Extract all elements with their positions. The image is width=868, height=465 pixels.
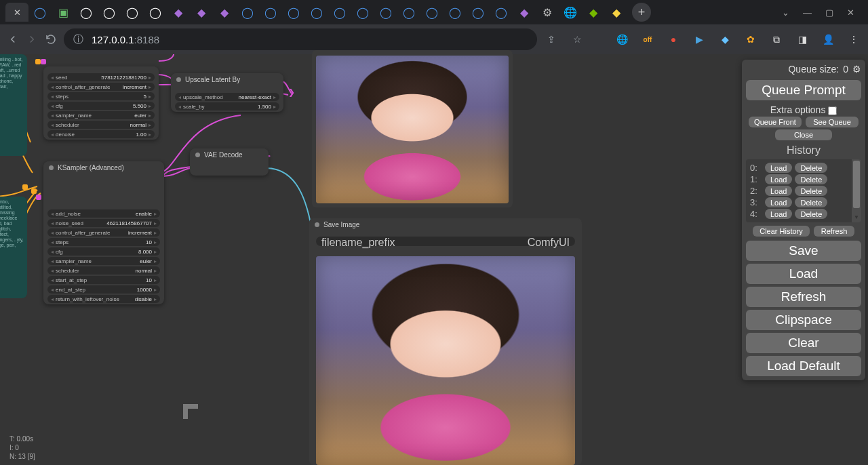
tab[interactable]: ◆ [582, 3, 605, 22]
chevron-right-icon[interactable]: ▸ [153, 268, 157, 274]
widget-value[interactable]: 5.500 [133, 103, 148, 109]
node-widget[interactable]: ◂schedulernormal▸ [47, 266, 160, 275]
widget-value[interactable]: normal [136, 268, 153, 274]
node-canvas[interactable]: smiling ..bot, ..RAW, ..red soft, ..urre… [0, 54, 868, 465]
tab[interactable]: ◆ [605, 3, 628, 22]
collapse-icon[interactable] [49, 165, 54, 170]
load-button[interactable]: Load [746, 264, 861, 284]
node-widget[interactable]: ◂scale_by1.500▸ [175, 102, 279, 110]
tab[interactable]: ◯ [144, 3, 167, 22]
filename-prefix-value[interactable]: ComfyUI [528, 237, 570, 246]
share-icon[interactable]: ⇪ [544, 32, 559, 47]
chevron-right-icon[interactable]: ▸ [153, 296, 157, 302]
tab[interactable]: ◯ [467, 3, 490, 22]
history-delete-button[interactable]: Delete [795, 174, 827, 184]
widget-value[interactable]: disable [135, 296, 153, 302]
tab[interactable]: ◯ [351, 3, 374, 22]
node-ksampler[interactable]: ◂seed578121221881700▸◂control_after_gene… [43, 66, 159, 140]
node-widget[interactable]: ◂steps5▸ [47, 92, 155, 100]
clear-history-button[interactable]: Clear History [753, 226, 810, 237]
menu-icon[interactable]: ⋮ [846, 32, 861, 47]
load-default-button[interactable]: Load Default [746, 356, 861, 376]
tab[interactable]: ▣ [52, 3, 75, 22]
refresh-button[interactable]: Refresh [746, 287, 861, 307]
widget-value[interactable]: 578121221881700 [101, 75, 148, 81]
gear-icon[interactable]: ⚙ [852, 64, 861, 75]
widget-value[interactable]: increment [128, 230, 153, 236]
tab[interactable]: ◆ [190, 3, 213, 22]
chevron-right-icon[interactable]: ▸ [153, 277, 157, 283]
resize-handle[interactable] [183, 404, 198, 419]
port[interactable] [35, 59, 41, 64]
prompt-node[interactable]: smiling ..bot, ..RAW, ..red soft, ..urre… [0, 54, 27, 156]
node-widget[interactable]: ◂add_noiseenable▸ [47, 209, 160, 218]
chevron-right-icon[interactable]: ▸ [148, 132, 152, 138]
off-icon[interactable]: off [640, 32, 655, 47]
widget-value[interactable]: 462118145867707 [106, 220, 153, 226]
node-widget[interactable]: ◂sampler_nameeuler▸ [47, 257, 160, 265]
node-widget[interactable]: ◂schedulernormal▸ [47, 121, 155, 129]
node-widget[interactable]: ◂seed578121221881700▸ [47, 73, 155, 81]
star-icon[interactable]: ☆ [570, 32, 585, 47]
history-load-button[interactable]: Load [765, 209, 792, 219]
chevron-right-icon[interactable]: ▸ [148, 103, 152, 109]
tab[interactable]: ◯ [259, 3, 282, 22]
node-widget[interactable]: ◂cfg5.500▸ [47, 102, 155, 110]
tab[interactable]: ◯ [420, 3, 443, 22]
chevron-right-icon[interactable]: ▸ [148, 94, 152, 100]
tab[interactable]: ◯ [236, 3, 259, 22]
close-button[interactable]: Close [775, 129, 832, 140]
tab[interactable]: ⚙ [536, 3, 559, 22]
history-delete-button[interactable]: Delete [795, 163, 827, 173]
collapse-icon[interactable] [195, 153, 200, 157]
info-icon[interactable]: ⓘ [73, 33, 83, 46]
see-queue-button[interactable]: See Queue [806, 117, 859, 127]
chevron-right-icon[interactable]: ▸ [153, 220, 157, 226]
widget-value[interactable]: 8.000 [138, 249, 153, 255]
tab[interactable]: ◯ [305, 3, 328, 22]
url-bar[interactable]: ⓘ 127.0.0.1:8188 [64, 28, 537, 50]
chevron-right-icon[interactable]: ▸ [148, 75, 152, 81]
node-save-image[interactable]: Save Image filename_prefix ComfyUI [309, 218, 582, 465]
node-widget[interactable]: ◂denoise1.00▸ [47, 130, 155, 138]
tab[interactable]: ◆ [513, 3, 536, 22]
node-upscale-latent[interactable]: Upscale Latent By ◂upscale_methodnearest… [171, 73, 283, 112]
prompt-node[interactable]: ..mbo, ..stilted, ..missing ..necklace .… [0, 197, 27, 298]
control-panel[interactable]: Queue size: 0 ⚙ Queue Prompt Extra optio… [742, 60, 865, 380]
chevron-right-icon[interactable]: ▸ [153, 249, 157, 255]
node-preview-image[interactable] [312, 50, 513, 207]
widget-value[interactable]: euler [140, 258, 153, 264]
port[interactable] [31, 188, 37, 194]
node-widget[interactable]: ◂start_at_step10▸ [47, 276, 160, 284]
node-ksampler-advanced[interactable]: KSampler (Advanced) ◂add_noiseenable▸◂no… [43, 161, 164, 304]
new-tab-button[interactable]: + [632, 3, 651, 22]
back-icon[interactable] [7, 33, 19, 45]
scroll-down-icon[interactable]: ▼ [852, 214, 861, 222]
tab[interactable]: ◯ [121, 3, 144, 22]
clear-button[interactable]: Clear [746, 333, 861, 353]
node-widget[interactable]: ◂control_after_generateincrement▸ [47, 228, 160, 237]
play-icon[interactable]: ▶ [692, 32, 707, 47]
tab[interactable]: ◯ [443, 3, 467, 22]
tab[interactable]: ◯ [397, 3, 420, 22]
widget-value[interactable]: normal [130, 122, 148, 128]
node-widget[interactable]: ◂cfg8.000▸ [47, 247, 160, 256]
history-load-button[interactable]: Load [765, 163, 792, 173]
history-delete-button[interactable]: Delete [795, 186, 827, 196]
rec-icon[interactable]: ● [666, 32, 681, 47]
chevron-right-icon[interactable]: ▸ [148, 122, 152, 128]
extensions-icon[interactable]: ⧉ [769, 32, 784, 47]
save-button[interactable]: Save [746, 241, 861, 261]
tab[interactable]: ◯ [374, 3, 397, 22]
tab[interactable]: ◆ [167, 3, 190, 22]
port[interactable] [36, 195, 41, 200]
scroll-thumb[interactable] [853, 161, 860, 208]
widget-value[interactable]: nearest-exact [239, 94, 273, 100]
node-widget[interactable]: ◂steps10▸ [47, 238, 160, 246]
chevron-right-icon[interactable]: ▸ [273, 94, 277, 100]
flower-icon[interactable]: ✿ [743, 32, 758, 47]
scrollbar[interactable]: ▲ ▼ [852, 159, 861, 222]
chevron-right-icon[interactable]: ▸ [153, 287, 157, 293]
port[interactable] [41, 59, 46, 64]
history-delete-button[interactable]: Delete [795, 197, 827, 207]
